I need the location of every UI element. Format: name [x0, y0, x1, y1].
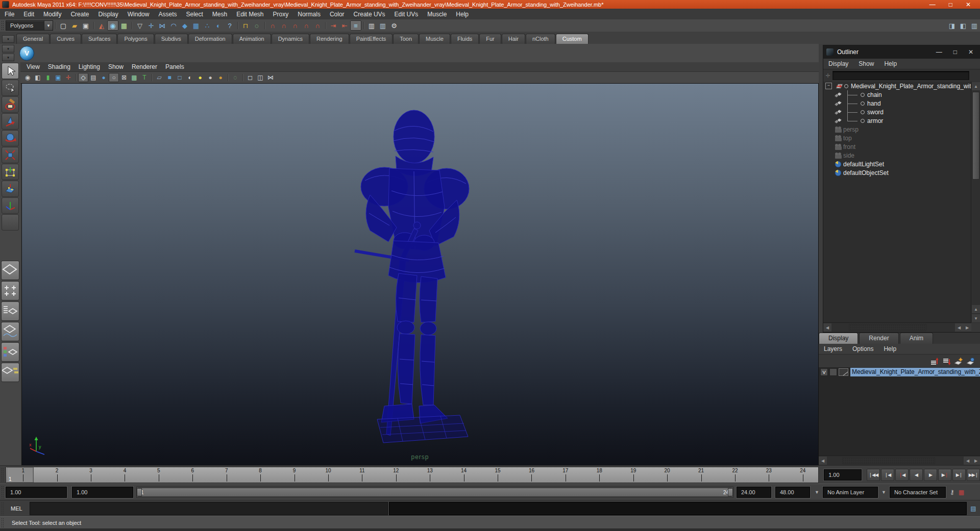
status-line-grip[interactable]: [1, 20, 5, 30]
command-line-grip[interactable]: [1, 502, 5, 515]
move-tool-button[interactable]: [2, 113, 19, 130]
panel-menu-renderer[interactable]: Renderer: [130, 63, 163, 71]
animation-end-field[interactable]: 48.00: [775, 487, 810, 498]
scrollbar-thumb[interactable]: [842, 457, 935, 464]
construction-history-icon[interactable]: ≡: [350, 20, 361, 31]
range-start-handle[interactable]: [137, 488, 142, 496]
go-to-start-button[interactable]: ❘◀◀: [867, 469, 880, 481]
menu-edit-uvs[interactable]: Edit UVs: [390, 10, 423, 19]
layer-playback-checkbox[interactable]: [829, 368, 837, 376]
move-layer-down-icon[interactable]: [941, 357, 950, 366]
range-slider-thumb[interactable]: 1 24: [138, 488, 731, 497]
outliner-titlebar[interactable]: Outliner — □ ✕: [823, 45, 980, 59]
select-by-component-icon[interactable]: ▦: [118, 20, 130, 31]
outliner-item-medieval-knight-plate-armor-standing-with[interactable]: −Medieval_Knight_Plate_Armor_standing_wi…: [823, 82, 971, 90]
animation-start-field[interactable]: 1.00: [6, 487, 67, 498]
field-chart-icon[interactable]: ⊠: [119, 73, 129, 82]
layer-editor-tab-anim[interactable]: Anim: [900, 333, 933, 344]
menu-muscle[interactable]: Muscle: [423, 10, 451, 19]
select-camera-icon[interactable]: ◉: [22, 73, 33, 82]
default-material-icon[interactable]: ▱: [154, 73, 164, 82]
layer-horizontal-scrollbar[interactable]: ◀ ◀ ▶: [819, 456, 980, 465]
shelf-tab-curves[interactable]: Curves: [50, 34, 81, 44]
scroll-up-icon[interactable]: ▲: [972, 82, 980, 90]
select-handles-mask-icon[interactable]: ✛: [145, 20, 157, 31]
hypershade-persp-layout-button[interactable]: [1, 342, 19, 362]
outliner-item-front[interactable]: front: [823, 142, 971, 151]
select-by-object-icon[interactable]: ◉: [107, 20, 118, 31]
outliner-item-side[interactable]: side: [823, 151, 971, 160]
viewport-persp[interactable]: y x persp: [21, 83, 819, 466]
maximize-button[interactable]: □: [949, 1, 952, 8]
snap-to-point-icon[interactable]: ∩: [289, 20, 301, 31]
outliner-item-persp[interactable]: persp: [823, 125, 971, 134]
chevron-down-icon[interactable]: ▼: [44, 21, 53, 30]
outliner-item-chain[interactable]: chain: [823, 90, 971, 99]
go-to-end-button[interactable]: ▶▶❘: [967, 469, 980, 481]
menu-select[interactable]: Select: [181, 10, 207, 19]
script-editor-icon[interactable]: ▤: [969, 504, 978, 513]
show-manipulator-tool-button[interactable]: [2, 197, 19, 214]
toggle-channel-box-icon[interactable]: ▥: [969, 20, 980, 31]
layer-color-swatch[interactable]: [839, 368, 848, 376]
scroll-down-icon[interactable]: ▼: [972, 314, 980, 322]
scroll-left-icon[interactable]: ◀: [964, 457, 972, 465]
paint-selection-tool-button[interactable]: [2, 96, 19, 113]
save-scene-icon[interactable]: ▣: [80, 20, 91, 31]
menu-file[interactable]: File: [0, 10, 19, 19]
collapse-expander-icon[interactable]: −: [825, 83, 832, 89]
select-by-hierarchy-icon[interactable]: ◭: [96, 20, 107, 31]
new-scene-icon[interactable]: ▢: [58, 20, 69, 31]
camera-attributes-icon[interactable]: ◧: [33, 73, 43, 82]
layer-menu-layers[interactable]: Layers: [819, 345, 847, 353]
menu-color[interactable]: Color: [325, 10, 349, 19]
scroll-up-icon[interactable]: ▲: [972, 305, 980, 313]
step-back-frame-button[interactable]: ❘◀: [881, 469, 894, 481]
outliner-maximize-button[interactable]: □: [953, 48, 957, 56]
select-joints-mask-icon[interactable]: ⋈: [157, 20, 168, 31]
menu-normals[interactable]: Normals: [293, 10, 325, 19]
shelf-item-menu-button[interactable]: ▾: [2, 54, 14, 61]
isolate-select-icon[interactable]: ◌: [230, 73, 240, 82]
range-slider-grip[interactable]: [1, 486, 5, 499]
shelf-tab-surfaces[interactable]: Surfaces: [82, 34, 117, 44]
layer-menu-options[interactable]: Options: [847, 345, 878, 353]
scroll-right-icon[interactable]: ▶: [972, 457, 980, 465]
menu-edit-mesh[interactable]: Edit Mesh: [232, 10, 268, 19]
outliner-menu-display[interactable]: Display: [823, 60, 853, 68]
ipr-render-icon[interactable]: ▥: [377, 20, 388, 31]
vray-shelf-item[interactable]: V: [19, 46, 34, 61]
outliner-vertical-scrollbar[interactable]: ▲ ▲ ▼: [971, 82, 980, 323]
step-forward-frame-button[interactable]: ▶❘: [952, 469, 966, 481]
shelf-tab-hair[interactable]: Hair: [502, 34, 525, 44]
outliner-item-defaultlightset[interactable]: defaultLightSet: [823, 160, 971, 168]
render-settings-icon[interactable]: ⚙: [388, 20, 400, 31]
chevron-down-icon[interactable]: ▼: [813, 489, 821, 496]
default-lighting-icon[interactable]: ●: [205, 73, 215, 82]
select-tool-button[interactable]: [2, 63, 19, 79]
time-slider-grip[interactable]: [1, 468, 5, 483]
gate-mask-icon[interactable]: ○: [109, 73, 119, 82]
playback-start-field[interactable]: 1.00: [72, 487, 133, 498]
make-live-icon[interactable]: ∩: [312, 20, 323, 31]
menu-help[interactable]: Help: [451, 10, 473, 19]
scroll-left-icon[interactable]: ◀: [955, 323, 963, 332]
checker-display-icon[interactable]: ◐: [185, 73, 195, 82]
shelf-tab-fur[interactable]: Fur: [479, 34, 501, 44]
minimize-button[interactable]: —: [929, 1, 936, 8]
render-current-frame-icon[interactable]: ▥: [366, 20, 377, 31]
four-pane-layout-button[interactable]: [1, 281, 19, 300]
layer-name[interactable]: Medieval_Knight_Plate_Armor_standing_wit…: [850, 368, 980, 376]
menu-assets[interactable]: Assets: [154, 10, 181, 19]
step-forward-key-button[interactable]: ▶❘: [938, 469, 951, 481]
open-scene-icon[interactable]: ▰: [69, 20, 80, 31]
move-layer-up-icon[interactable]: [929, 357, 938, 366]
safe-action-icon[interactable]: ▩: [129, 73, 139, 82]
wireframe-on-shaded-icon[interactable]: ◫: [255, 73, 265, 82]
select-curves-mask-icon[interactable]: ◠: [168, 20, 179, 31]
outliner-menu-show[interactable]: Show: [853, 60, 879, 68]
menu-create-uvs[interactable]: Create UVs: [349, 10, 390, 19]
universal-manipulator-tool-button[interactable]: [2, 164, 19, 180]
create-empty-layer-icon[interactable]: [953, 357, 963, 366]
image-plane-icon[interactable]: ▣: [53, 73, 63, 82]
